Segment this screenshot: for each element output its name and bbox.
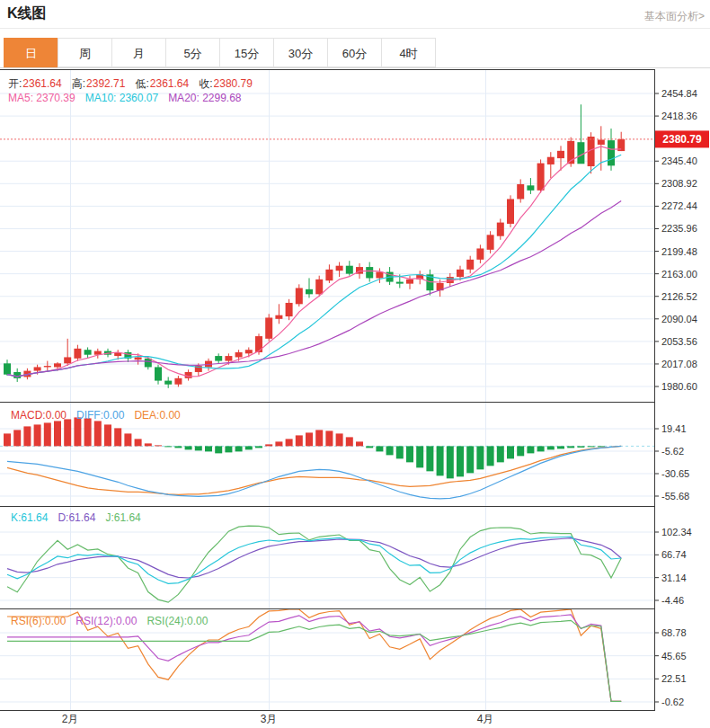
tab-4hour[interactable]: 4时 [381, 38, 436, 67]
y-axis-label: 2308.92 [661, 178, 697, 189]
kdj-legend-item: J:61.64 [105, 511, 140, 524]
macd-bar [537, 446, 545, 451]
macd-bar [447, 446, 454, 478]
y-axis: 2454.842418.362345.402308.922272.442235.… [654, 88, 697, 707]
tab-week[interactable]: 周 [58, 38, 112, 67]
ma-legend-item: MA10: 2360.07 [85, 92, 158, 104]
rsi-legend-item: RSI(6):0.00 [11, 615, 66, 627]
tab-30min[interactable]: 30分 [273, 38, 328, 67]
macd-bar [577, 446, 584, 447]
candle [376, 268, 383, 283]
macd-bar [145, 443, 152, 446]
macd-bar [386, 446, 394, 455]
y-axis-label: -30.65 [661, 468, 689, 479]
macd-bar [174, 446, 182, 448]
macd-legend-item: MACD:0.00 [11, 409, 67, 422]
macd-bar [325, 431, 333, 446]
macd-bar [416, 446, 423, 467]
candle [416, 271, 423, 284]
candle [617, 132, 625, 151]
candle [13, 368, 21, 382]
candle [185, 369, 192, 380]
macd-bar [426, 446, 433, 471]
candle [174, 376, 182, 386]
macd-bar [265, 444, 272, 446]
candle [124, 350, 131, 362]
macd-legend: MACD:0.00DIFF:0.00DEA:0.00 [11, 409, 191, 422]
ohlc-value: 2361.64 [22, 77, 61, 90]
y-axis-label: 1980.60 [661, 381, 697, 392]
tab-month[interactable]: 月 [111, 38, 166, 67]
candle [517, 179, 524, 202]
y-axis-label: -55.68 [661, 491, 689, 502]
macd-bar [114, 428, 121, 446]
y-axis-label: 2199.48 [661, 246, 697, 257]
candle [306, 278, 313, 297]
y-axis-label: 2053.56 [661, 336, 697, 347]
candle [466, 256, 474, 273]
tab-day[interactable]: 日 [4, 38, 58, 67]
ohlc-label: 高: [72, 77, 85, 90]
y-axis-label: 2017.08 [661, 359, 697, 369]
main-panel [0, 93, 654, 388]
rsi-legend-item: RSI(24):0.00 [146, 615, 208, 627]
macd-bar [557, 446, 564, 448]
macd-bar [205, 446, 212, 451]
macd-bar [487, 446, 494, 466]
candle [476, 244, 484, 263]
x-axis-label: 4月 [477, 713, 494, 725]
rsi-legend-item: RSI(12):0.00 [75, 615, 137, 627]
y-axis-label: 2418.36 [661, 111, 697, 121]
macd-bar [598, 446, 605, 447]
macd-bar [296, 435, 303, 446]
macd-bar [13, 430, 21, 446]
kdj-legend-item: D:61.64 [58, 511, 95, 524]
candle [497, 218, 504, 239]
macd-bar [315, 430, 323, 446]
candle [296, 284, 303, 306]
macd-bar [406, 446, 413, 462]
fundamental-analysis-link[interactable]: 基本面分析> [644, 9, 705, 24]
macd-bar [44, 422, 51, 446]
macd-bar [195, 446, 202, 450]
y-axis-label: 31.14 [661, 573, 687, 583]
macd-bar [497, 446, 504, 462]
y-axis-label: 2126.52 [661, 291, 697, 302]
y-axis-label: -0.62 [661, 697, 684, 707]
candle [336, 262, 343, 278]
ohlc-value: 2392.71 [86, 77, 125, 90]
candle [386, 267, 394, 285]
candle [588, 132, 595, 173]
candle [507, 195, 514, 227]
x-axis: 2月3月4月 [62, 713, 494, 725]
macd-bar [356, 441, 363, 446]
candle [215, 353, 222, 363]
y-axis-label: 2454.84 [661, 88, 697, 99]
macd-bar [476, 446, 484, 469]
candle [4, 360, 11, 376]
macd-bar [396, 446, 404, 458]
ohlc-value: 2380.79 [214, 77, 253, 90]
x-axis-label: 2月 [62, 713, 79, 725]
tab-5min[interactable]: 5分 [165, 38, 220, 67]
page-title: K线图 [7, 4, 47, 23]
tab-60min[interactable]: 60分 [327, 38, 382, 67]
ohlc-label: 低: [135, 77, 148, 90]
current-price-badge: 2380.79 [655, 130, 709, 147]
macd-bar [457, 446, 464, 476]
macd-bar [275, 441, 282, 446]
macd-bar [164, 446, 172, 447]
macd-legend-item: DEA:0.00 [134, 409, 180, 422]
y-axis-label: 2345.40 [661, 155, 697, 166]
macd-legend-item: DIFF:0.00 [76, 409, 124, 422]
macd-bar [437, 446, 444, 475]
y-axis-label: 19.41 [661, 423, 687, 434]
ma-legend-item: MA5: 2370.39 [8, 92, 75, 104]
candle [275, 304, 282, 324]
macd-bar [235, 446, 243, 451]
macd-bar [255, 446, 262, 448]
candle [598, 126, 605, 171]
tab-15min[interactable]: 15分 [219, 38, 274, 67]
macd-bar [225, 446, 232, 452]
macd-bar [94, 421, 102, 446]
